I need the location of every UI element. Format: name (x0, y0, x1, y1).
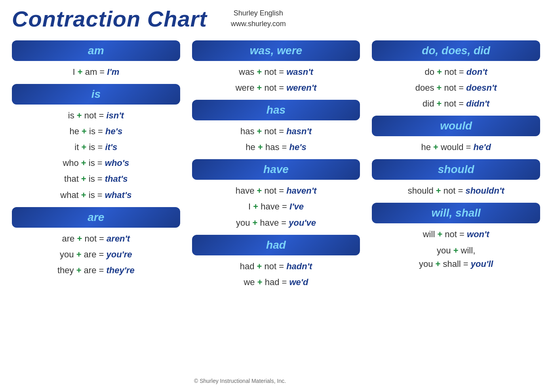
plus-sign: + (254, 67, 264, 77)
plus-sign: + (74, 249, 84, 259)
plus-sign: + (250, 218, 260, 228)
equation-row: should + not = shouldn't (372, 184, 540, 198)
contraction-result: hadn't (286, 261, 312, 271)
eq-word1: it (74, 142, 79, 152)
contraction-result: don't (466, 67, 487, 77)
section-header-are: are (12, 207, 180, 228)
eq-word2: am (85, 67, 97, 77)
equation-row: you + have = you've (192, 216, 360, 230)
contraction-result: you've (289, 218, 316, 228)
equals-sign: = (95, 158, 105, 168)
eq-word2: not (444, 83, 457, 93)
equation-row: I + have = I've (192, 200, 360, 213)
header: Contraction Chart Shurley English www.sh… (12, 8, 540, 30)
plus-sign: + (435, 229, 445, 239)
section-header-label: has (266, 104, 286, 116)
eq-word1: is (68, 110, 74, 120)
equals-sign: = (276, 186, 286, 196)
contraction-result: what's (105, 190, 132, 200)
equation-row: who + is = who's (12, 156, 180, 170)
plus-sign: + (74, 110, 84, 120)
eq-word2: not (264, 126, 276, 136)
equation-row: does + not = doesn't (372, 81, 540, 95)
shurley-line2: www.shurley.com (231, 19, 286, 29)
eq-word2: not (444, 99, 457, 108)
eq-word1: they (57, 265, 74, 275)
contraction-result: wasn't (286, 67, 313, 77)
equation-row: will + not = won't (372, 228, 540, 241)
equals-sign: = (280, 202, 289, 211)
contraction-result: he's (105, 126, 122, 136)
eq-word1: had (240, 261, 255, 271)
eq-word2: are (84, 249, 97, 259)
eq-word1: that (64, 174, 79, 184)
eq-word2: are (84, 265, 97, 275)
plus-sign: + (434, 186, 444, 196)
eq-word2: had (265, 277, 280, 287)
plus-sign: + (254, 126, 264, 136)
equation-row: I + am = I'm (12, 65, 180, 79)
eq-word1: were (236, 83, 255, 93)
eq-word2: is (89, 142, 95, 152)
column-2: was, werewas + not = wasn'twere + not = … (192, 37, 360, 375)
equals-sign: = (279, 277, 289, 287)
eq-word1: will (423, 229, 435, 239)
eq-word2: is (89, 190, 95, 200)
eq-word2: not (264, 83, 276, 93)
equals-sign: = (457, 229, 467, 239)
contraction-result: haven't (286, 186, 316, 196)
plus-sign: + (79, 126, 89, 136)
equals-sign: = (457, 67, 466, 77)
contraction-result: I've (289, 202, 304, 211)
contraction-result: he's (289, 142, 306, 152)
section-header-label: would (440, 120, 472, 132)
eq-word2: not (444, 67, 457, 77)
equation-row: is + not = isn't (12, 109, 180, 122)
section-header-was--were: was, were (192, 40, 360, 61)
equation-row: had + not = hadn't (192, 260, 360, 273)
equals-sign: = (97, 234, 107, 244)
eq-word1: have (236, 186, 255, 196)
eq-word1: he (421, 142, 430, 152)
plus-sign: + (255, 277, 265, 287)
plus-sign: + (79, 158, 89, 168)
eq-word1: he (69, 126, 79, 136)
contraction-result: didn't (466, 99, 489, 108)
section-header-am: am (12, 40, 180, 61)
plus-sign: + (79, 190, 89, 200)
eq-word2: have (261, 202, 280, 211)
section-header-should: should (372, 159, 540, 180)
contraction-result: shouldn't (465, 186, 504, 196)
equals-sign: = (95, 190, 105, 200)
equals-sign: = (95, 126, 105, 136)
equals-sign: = (95, 174, 105, 184)
eq-word1: you (60, 249, 74, 259)
content-grid: amI + am = I'misis + not = isn'the + is … (12, 37, 540, 375)
equals-sign: = (276, 261, 286, 271)
contraction-result: aren't (107, 234, 130, 244)
plus-sign: + (74, 265, 84, 275)
section-header-will--shall: will, shall (372, 203, 540, 223)
equation-row: he + would = he'd (372, 141, 540, 154)
equals-sign: = (96, 249, 106, 259)
plus-sign: + (251, 202, 261, 211)
section-header-label: will, shall (431, 207, 480, 219)
equals-sign: = (456, 99, 466, 108)
plus-sign: + (79, 174, 89, 184)
section-header-label: was, were (250, 44, 302, 57)
equals-sign: = (276, 126, 286, 136)
page-title: Contraction Chart (12, 8, 207, 30)
contraction-result: they're (106, 265, 134, 275)
plus-sign: + (434, 83, 444, 93)
plus-sign: + (434, 99, 444, 108)
equation-row: were + not = weren't (192, 81, 360, 95)
equals-sign: = (97, 67, 107, 77)
eq-word1: should (408, 186, 434, 196)
section-header-had: had (192, 235, 360, 255)
plus-sign: + (255, 142, 265, 152)
eq-word1: do (425, 67, 434, 77)
equals-sign: = (456, 83, 466, 93)
eq-word1: he (246, 142, 255, 152)
plus-sign: + (254, 186, 264, 196)
plus-sign: + (254, 83, 264, 93)
